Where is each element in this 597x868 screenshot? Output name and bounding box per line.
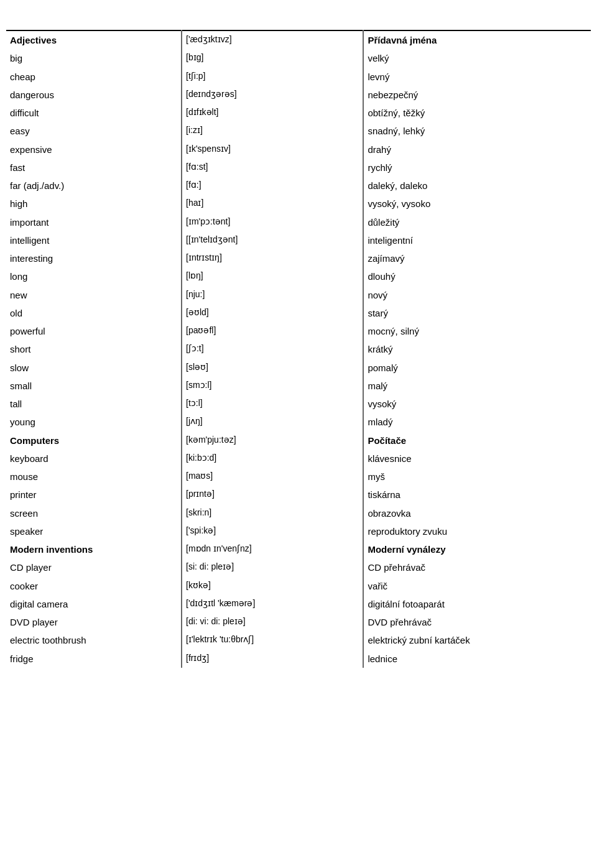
czech-translation: malý — [363, 377, 591, 395]
vocab-row: far (adj./adv.) [fɑ:] daleký, daleko — [6, 177, 591, 195]
czech-translation: klávesnice — [363, 450, 591, 468]
english-word: far (adj./adv.) — [6, 177, 182, 195]
phonetic-transcription: ['spi:kə] — [182, 522, 363, 540]
czech-translation: obrazovka — [363, 504, 591, 522]
vocab-row: digital camera ['dɪdʒɪtl 'kæmərə] digitá… — [6, 595, 591, 613]
phonetic-transcription: [ɪm'pɔ:tənt] — [182, 213, 363, 231]
vocab-row: CD player [si: di: pleɪə] CD přehrávač — [6, 558, 591, 576]
phonetic-transcription: [tʃi:p] — [182, 68, 363, 86]
english-word: cooker — [6, 577, 182, 595]
phonetic-transcription: ['dɪdʒɪtl 'kæmərə] — [182, 595, 363, 613]
vocab-row: intelligent [[ɪn'telɪdʒənt] inteligentní — [6, 231, 591, 249]
czech-translation: lednice — [363, 650, 591, 668]
phonetic-transcription: [dɪfɪkəlt] — [182, 104, 363, 122]
english-word: important — [6, 213, 182, 231]
czech-translation: důležitý — [363, 213, 591, 231]
vocab-row: slow [sləʊ] pomalý — [6, 359, 591, 377]
czech-translation: velký — [363, 49, 591, 67]
english-word: difficult — [6, 104, 182, 122]
section-english-header: Adjectives — [6, 30, 182, 49]
phonetic-transcription: [əʊld] — [182, 304, 363, 322]
phonetic-transcription: [bɪg] — [182, 49, 363, 67]
czech-translation: zajímavý — [363, 249, 591, 267]
section-phonetic-header: [mɒdn ɪn'venʃnz] — [182, 540, 363, 558]
phonetic-transcription: [nju:] — [182, 286, 363, 304]
english-word: printer — [6, 486, 182, 504]
phonetic-transcription: [si: di: pleɪə] — [182, 558, 363, 576]
section-header-adjectives: Adjectives ['ædʒɪktɪvz] Přídavná jména — [6, 30, 591, 49]
phonetic-transcription: [di: vi: di: pleɪə] — [182, 613, 363, 631]
phonetic-transcription: [frɪdʒ] — [182, 650, 363, 668]
czech-translation: nový — [363, 286, 591, 304]
phonetic-transcription: [ʃɔ:t] — [182, 340, 363, 358]
czech-translation: mladý — [363, 413, 591, 431]
vocab-row: keyboard [ki:bɔ:d] klávesnice — [6, 450, 591, 468]
czech-translation: vysoký — [363, 395, 591, 413]
section-czech-header: Moderní vynálezy — [363, 540, 591, 558]
vocab-row: electric toothbrush [ɪ'lektrɪk 'tu:θbrʌʃ… — [6, 631, 591, 649]
czech-translation: CD přehrávač — [363, 558, 591, 576]
english-word: electric toothbrush — [6, 631, 182, 649]
vocab-row: cooker [kʊkə] vařič — [6, 577, 591, 595]
vocab-row: easy [i:zɪ] snadný, lehký — [6, 122, 591, 140]
english-word: dangerous — [6, 86, 182, 104]
phonetic-transcription: [jʌŋ] — [182, 413, 363, 431]
english-word: fridge — [6, 650, 182, 668]
english-word: DVD player — [6, 613, 182, 631]
section-header-computers: Computers [kəm'pju:təz] Počítače — [6, 432, 591, 450]
vocab-row: DVD player [di: vi: di: pleɪə] DVD přehr… — [6, 613, 591, 631]
phonetic-transcription: [haɪ] — [182, 195, 363, 213]
czech-translation: drahý — [363, 141, 591, 159]
section-phonetic-header: ['ædʒɪktɪvz] — [182, 30, 363, 49]
english-word: long — [6, 267, 182, 285]
vocab-row: long [lɒŋ] dlouhý — [6, 267, 591, 285]
english-word: easy — [6, 122, 182, 140]
phonetic-transcription: [skri:n] — [182, 504, 363, 522]
english-word: digital camera — [6, 595, 182, 613]
vocab-row: speaker ['spi:kə] reproduktory zvuku — [6, 522, 591, 540]
vocab-row: fast [fɑ:st] rychlý — [6, 159, 591, 177]
section-english-header: Modern inventions — [6, 540, 182, 558]
vocab-row: short [ʃɔ:t] krátký — [6, 340, 591, 358]
czech-translation: krátký — [363, 340, 591, 358]
phonetic-transcription: [fɑ:st] — [182, 159, 363, 177]
english-word: tall — [6, 395, 182, 413]
phonetic-transcription: [smɔ:l] — [182, 377, 363, 395]
phonetic-transcription: [ɪntrɪstɪŋ] — [182, 249, 363, 267]
english-word: short — [6, 340, 182, 358]
vocab-row: expensive [ɪk'spensɪv] drahý — [6, 141, 591, 159]
czech-translation: starý — [363, 304, 591, 322]
phonetic-transcription: [maʊs] — [182, 468, 363, 486]
vocab-row: new [nju:] nový — [6, 286, 591, 304]
phonetic-transcription: [deɪndʒərəs] — [182, 86, 363, 104]
english-word: small — [6, 377, 182, 395]
page: Adjectives ['ædʒɪktɪvz] Přídavná jména b… — [0, 0, 597, 868]
phonetic-transcription: [ɪ'lektrɪk 'tu:θbrʌʃ] — [182, 631, 363, 649]
czech-translation: inteligentní — [363, 231, 591, 249]
vocab-row: printer [prɪntə] tiskárna — [6, 486, 591, 504]
vocab-row: powerful [paʊəfl] mocný, silný — [6, 322, 591, 340]
english-word: speaker — [6, 522, 182, 540]
czech-translation: rychlý — [363, 159, 591, 177]
english-word: CD player — [6, 558, 182, 576]
czech-translation: nebezpečný — [363, 86, 591, 104]
czech-translation: elektrický zubní kartáček — [363, 631, 591, 649]
phonetic-transcription: [sləʊ] — [182, 359, 363, 377]
english-word: fast — [6, 159, 182, 177]
czech-translation: snadný, lehký — [363, 122, 591, 140]
english-word: young — [6, 413, 182, 431]
czech-translation: vysoký, vysoko — [363, 195, 591, 213]
phonetic-transcription: [fɑ:] — [182, 177, 363, 195]
phonetic-transcription: [tɔ:l] — [182, 395, 363, 413]
vocab-row: cheap [tʃi:p] levný — [6, 68, 591, 86]
vocab-row: high [haɪ] vysoký, vysoko — [6, 195, 591, 213]
phonetic-transcription: [i:zɪ] — [182, 122, 363, 140]
english-word: expensive — [6, 141, 182, 159]
vocab-row: mouse [maʊs] myš — [6, 468, 591, 486]
section-header-modern-inventions: Modern inventions [mɒdn ɪn'venʃnz] Moder… — [6, 540, 591, 558]
phonetic-transcription: [kʊkə] — [182, 577, 363, 595]
czech-translation: pomalý — [363, 359, 591, 377]
czech-translation: mocný, silný — [363, 322, 591, 340]
english-word: cheap — [6, 68, 182, 86]
vocab-row: small [smɔ:l] malý — [6, 377, 591, 395]
